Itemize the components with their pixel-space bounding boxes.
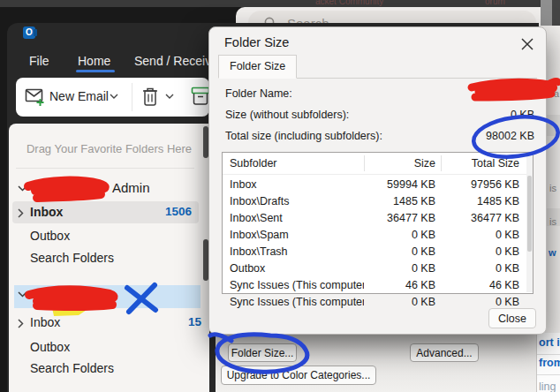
cell-total: 1485 KB (441, 195, 519, 207)
menu-send-receive[interactable]: Send / Receive (134, 54, 218, 68)
screenshot-root: { "topbar": { "fragments": ["acket Commu… (0, 0, 560, 392)
table-row[interactable]: Inbox\Spam 0 KB 0 KB (223, 226, 519, 243)
cell-subfolder: Inbox\Drafts (223, 195, 364, 207)
cell-total: 0 KB (441, 229, 519, 241)
background-window-sliver: ea is is w (546, 26, 560, 333)
outlook-logo-icon[interactable]: O (23, 26, 35, 39)
divider (537, 374, 560, 375)
cell-size: 36477 KB (364, 212, 441, 224)
divider (537, 354, 560, 355)
toolbar-divider (132, 83, 132, 111)
folder-label: Inbox (30, 205, 63, 219)
table-row[interactable]: Inbox\Sent 36477 KB 36477 KB (223, 209, 519, 226)
table-header: Subfolder Size Total Size (223, 153, 533, 174)
background-text-fragment: orum (485, 0, 505, 6)
advanced-button[interactable]: Advanced... (410, 343, 479, 362)
background-link-fragment[interactable]: ort is av (539, 336, 560, 349)
folder-pane: Drag Your Favorite Folders Here Admin In… (9, 124, 209, 392)
chevron-down-icon[interactable] (165, 94, 174, 99)
sidebar-item-outbox-2[interactable]: Outbox (30, 340, 70, 354)
chevron-down-icon[interactable] (18, 185, 27, 192)
cell-subfolder: Sync Issues (This computer ... (223, 279, 364, 291)
close-icon[interactable] (520, 37, 534, 51)
new-email-icon (25, 87, 46, 107)
divider (16, 168, 194, 169)
sidebar-item-search-folders[interactable]: Search Folders (30, 251, 114, 265)
folder-size-button[interactable]: Folder Size... (228, 343, 297, 362)
close-button[interactable]: Close (488, 308, 536, 328)
sidebar-item-inbox-selected[interactable]: Inbox 1506 (12, 201, 199, 223)
table-scrollbar-track[interactable] (526, 154, 533, 292)
chevron-down-icon[interactable] (18, 291, 27, 298)
background-row-band (546, 115, 560, 136)
background-browser-tab-strip: acket Community orum elp (0, 0, 560, 7)
background-link-fragment[interactable]: from (539, 357, 560, 369)
cell-total: 0 KB (441, 245, 519, 258)
tab-folder-size[interactable]: Folder Size (218, 55, 297, 79)
cell-subfolder: Outbox (223, 262, 364, 275)
unread-count-badge: 1506 (165, 205, 192, 218)
cell-subfolder: Sync Issues (This computer ... (223, 296, 364, 308)
cell-size: 0 KB (364, 262, 441, 275)
sidebar-item-outbox[interactable]: Outbox (30, 229, 70, 243)
table-row[interactable]: Inbox 59994 KB 97956 KB (223, 176, 519, 192)
chevron-down-icon[interactable] (110, 94, 118, 99)
subfolder-table: Subfolder Size Total Size Inbox 59994 KB… (222, 152, 534, 294)
active-tab-indicator (76, 70, 115, 72)
background-page-panel: ort is av from ling (536, 333, 560, 392)
unread-count-badge: 15 (188, 315, 201, 328)
dialog-title: Folder Size (224, 35, 289, 49)
size-label: Size (without subfolders): (225, 109, 349, 121)
table-row[interactable]: Sync Issues (This computer ... 46 KB 46 … (223, 276, 519, 293)
background-scrollbar (541, 0, 552, 26)
header-divider (223, 174, 533, 175)
column-header-size[interactable]: Size (364, 157, 441, 170)
table-row[interactable]: Inbox\Drafts 1485 KB 1485 KB (223, 192, 519, 209)
delete-icon[interactable] (142, 87, 158, 107)
sidebar-item-inbox-2[interactable]: Inbox (30, 315, 60, 329)
ribbon-toolbar: New Email (16, 78, 209, 117)
cell-size: 1485 KB (364, 195, 441, 207)
background-text-fragment: acket Community (315, 0, 383, 6)
cell-size: 59994 KB (364, 178, 441, 191)
sidebar-item-search-folders-2[interactable]: Search Folders (30, 361, 114, 375)
cell-subfolder: Inbox\Sent (223, 212, 364, 224)
background-text-fragment: is (549, 216, 556, 227)
table-scrollbar-thumb[interactable] (527, 176, 532, 252)
background-text-fragment: w (549, 247, 556, 258)
folder-name-label: Folder Name: (225, 87, 292, 100)
properties-window-section: Folder Size... Advanced... Upgrade to Co… (216, 333, 536, 392)
column-header-total-size[interactable]: Total Size (441, 157, 519, 170)
cell-total: 0 KB (441, 296, 519, 308)
upgrade-color-categories-button[interactable]: Upgrade to Color Categories... (221, 366, 376, 385)
table-row[interactable]: Inbox\Trash 0 KB 0 KB (223, 243, 519, 260)
cell-subfolder: Inbox (223, 178, 364, 191)
chevron-right-icon[interactable] (18, 208, 24, 218)
background-window-edge (552, 0, 560, 26)
column-header-subfolder[interactable]: Subfolder (223, 157, 364, 170)
background-text-fragment: ling (539, 381, 556, 392)
table-row[interactable]: Sync Issues (This computer ... 0 KB 0 KB (223, 293, 519, 310)
folder-size-dialog: Folder Size Folder Size Folder Name: Siz… (208, 26, 547, 335)
account-row-2[interactable] (14, 285, 201, 308)
cell-size: 0 KB (364, 296, 441, 308)
column-separator[interactable] (364, 155, 365, 171)
cell-total: 0 KB (441, 262, 519, 275)
cell-size: 0 KB (364, 229, 441, 241)
menu-file[interactable]: File (29, 54, 49, 68)
table-body: Inbox 59994 KB 97956 KB Inbox\Drafts 148… (223, 176, 519, 310)
archive-icon[interactable] (191, 87, 209, 106)
menu-home[interactable]: Home (78, 54, 110, 68)
table-row[interactable]: Outbox 0 KB 0 KB (223, 260, 519, 276)
total-size-value: 98002 KB (486, 130, 534, 142)
favorites-hint: Drag Your Favorite Folders Here (18, 142, 201, 155)
account-name-1[interactable]: Admin (112, 180, 150, 195)
total-size-label: Total size (including subfolders): (225, 130, 382, 142)
new-email-button[interactable]: New Email (49, 89, 109, 103)
cell-size: 46 KB (364, 279, 441, 291)
cell-subfolder: Inbox\Trash (223, 245, 364, 258)
size-value: 0 KB (511, 109, 534, 121)
cell-total: 36477 KB (441, 212, 519, 224)
column-separator[interactable] (441, 155, 442, 171)
chevron-right-icon[interactable] (18, 319, 24, 328)
